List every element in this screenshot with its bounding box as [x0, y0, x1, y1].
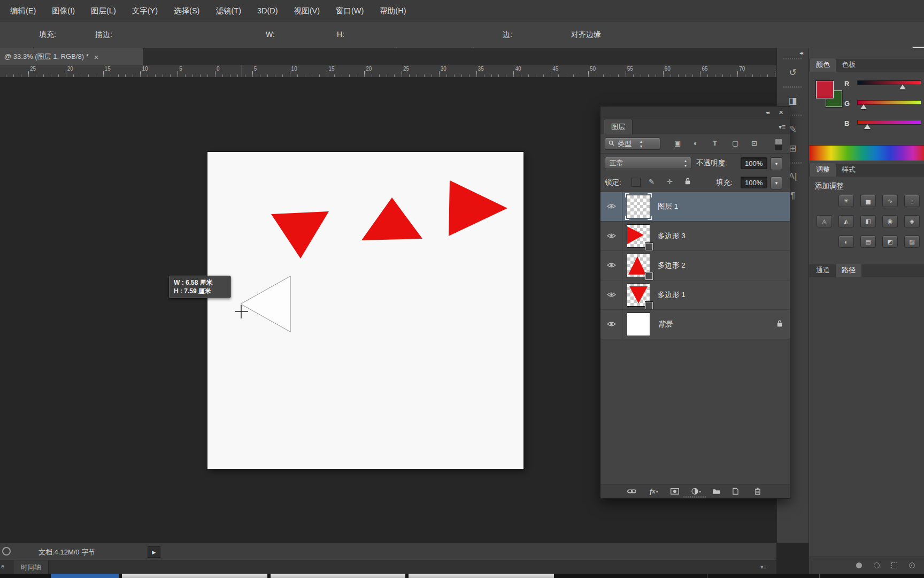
horizontal-ruler[interactable]: 2520151050510152025303540455055606570	[0, 65, 776, 78]
layer-row-5[interactable]: 背景	[600, 310, 790, 339]
record-dot-icon[interactable]	[856, 562, 862, 568]
pixel-filter-icon[interactable]: ▣	[674, 139, 681, 147]
taskbar-item[interactable]	[122, 574, 267, 578]
shape-filter-icon[interactable]: ▢	[732, 139, 738, 147]
menu-item-2[interactable]: 图像(I)	[44, 0, 83, 21]
smartobject-filter-icon[interactable]: ⊡	[751, 139, 757, 147]
add-mask-button[interactable]	[671, 488, 679, 495]
visibility-cell[interactable]	[600, 280, 622, 309]
new-layer-button[interactable]	[733, 488, 738, 495]
artboard[interactable]	[207, 152, 523, 469]
menu-item-5[interactable]: 选择(S)	[166, 0, 207, 21]
menu-item-8[interactable]: 视图(V)	[286, 0, 328, 21]
menu-item-4[interactable]: 文字(Y)	[124, 0, 166, 21]
menu-item-1[interactable]: 编辑(E)	[2, 0, 44, 21]
channel-slider-thumb-B[interactable]	[864, 124, 871, 129]
type-filter-icon[interactable]: T	[713, 139, 717, 147]
adjustment-icon-curves[interactable]: ∿	[882, 195, 898, 207]
panel-menu-icon[interactable]: ▾≡	[760, 564, 767, 571]
adjustment-icon-selective-color[interactable]: ▨	[904, 235, 920, 248]
link-layers-button[interactable]	[627, 489, 636, 495]
menu-item-6[interactable]: 滤镜(T)	[207, 0, 249, 21]
layer-thumbnail[interactable]	[627, 224, 650, 248]
new-adjustment-button[interactable]: ▾	[691, 488, 701, 495]
layer-thumbnail[interactable]	[627, 313, 650, 336]
layer-thumbnail[interactable]	[627, 195, 650, 218]
opacity-dropdown-button[interactable]: ▾	[771, 157, 782, 170]
lock-position-icon[interactable]: ✛	[667, 178, 673, 186]
fill-dropdown-button[interactable]: ▾	[771, 177, 782, 189]
layer-thumbnail[interactable]	[627, 283, 650, 307]
tab-channels-2[interactable]: 路径	[836, 264, 861, 277]
adjustment-icon-brightness-contrast[interactable]: ☀	[838, 195, 854, 207]
foreground-color-swatch[interactable]	[816, 81, 834, 98]
taskbar-item[interactable]	[271, 574, 405, 578]
visibility-cell[interactable]	[600, 222, 622, 250]
target-icon[interactable]	[909, 562, 915, 568]
adjustment-icon-color-balance[interactable]: ◭	[838, 215, 854, 227]
menu-item-3[interactable]: 图层(L)	[83, 0, 124, 21]
adjustment-icon-invert[interactable]: ◐	[838, 235, 854, 248]
layer-row-3[interactable]: 多边形 2	[600, 251, 790, 280]
layer-thumbnail[interactable]	[627, 254, 650, 277]
eye-icon[interactable]	[607, 231, 616, 241]
eye-icon[interactable]	[607, 290, 616, 300]
filter-type-dropdown[interactable]: 类型 ▴▾	[605, 138, 660, 150]
visibility-cell[interactable]	[600, 251, 622, 280]
tab-channels-1[interactable]: 通道	[810, 264, 836, 277]
lock-transparent-icon[interactable]	[632, 178, 641, 187]
circle-outline-icon[interactable]	[874, 562, 880, 568]
close-panel-icon[interactable]: ×	[779, 108, 783, 117]
adjustment-icon-posterize[interactable]: ▤	[860, 235, 876, 248]
channel-slider-thumb-R[interactable]	[899, 85, 906, 89]
dock-grip-handle[interactable]	[783, 58, 802, 59]
fill-value-field[interactable]: 100%	[741, 177, 767, 188]
adjustment-icon-levels[interactable]: ▅	[860, 195, 876, 207]
collapse-panels-icon[interactable]: ◂◂	[799, 50, 802, 56]
layers-tab[interactable]: 图层	[604, 119, 633, 134]
status-options-button[interactable]: ▶	[148, 546, 160, 558]
adjustment-icon-channel-mixer[interactable]: ◈	[904, 215, 920, 227]
opacity-value-field[interactable]: 100%	[741, 157, 767, 169]
menu-item-10[interactable]: 帮助(H)	[372, 0, 414, 21]
tab-adjustments-1[interactable]: 调整	[810, 163, 836, 177]
eye-icon[interactable]	[607, 202, 616, 211]
adjustment-icon-photo-filter[interactable]: ◉	[882, 215, 898, 227]
color-spectrum-ramp[interactable]	[809, 145, 924, 161]
tab-color-2[interactable]: 色板	[836, 58, 861, 72]
eye-icon[interactable]	[607, 320, 616, 329]
tab-color-1[interactable]: 颜色	[810, 58, 836, 72]
layers-panel-titlebar[interactable]: ◂◂ ×	[600, 107, 790, 120]
panel-resize-grip[interactable]	[683, 496, 707, 498]
document-tab[interactable]: @ 33.3% (图层 1, RGB/8) * ×	[0, 48, 143, 65]
lock-all-icon[interactable]	[685, 178, 690, 186]
visibility-cell[interactable]	[600, 310, 622, 339]
taskbar-active-item[interactable]	[51, 574, 119, 578]
layer-row-4[interactable]: 多边形 1	[600, 280, 790, 310]
tab-adjustments-2[interactable]: 样式	[836, 163, 861, 177]
visibility-cell[interactable]	[600, 192, 622, 221]
new-group-button[interactable]	[712, 488, 720, 495]
blend-mode-dropdown[interactable]: 正常 ▴▾	[605, 157, 691, 169]
adjustment-icon-vibrance[interactable]: ◬	[817, 215, 832, 227]
collapse-panel-icon[interactable]: ◂◂	[766, 110, 768, 115]
panel-icon-history[interactable]: ↺	[777, 63, 808, 82]
timeline-tab[interactable]: 时间轴	[14, 560, 49, 574]
layer-row-2[interactable]: 多边形 3	[600, 222, 790, 251]
close-tab-icon[interactable]: ×	[94, 52, 99, 62]
layer-row-1[interactable]: 图层 1	[600, 192, 790, 222]
adjustment-icon-exposure[interactable]: ±	[904, 195, 920, 207]
adjustment-icon-black-white[interactable]: ◧	[860, 215, 876, 227]
lock-pixels-icon[interactable]: ✎	[649, 178, 654, 186]
delete-layer-button[interactable]	[754, 488, 761, 495]
menu-item-9[interactable]: 窗口(W)	[328, 0, 372, 21]
menu-item-7[interactable]: 3D(D)	[249, 0, 286, 21]
layer-style-fx-button[interactable]: fx▾	[650, 487, 658, 496]
channel-slider-R[interactable]	[857, 80, 921, 85]
eye-icon[interactable]	[607, 261, 616, 270]
dock-grip-handle[interactable]	[783, 86, 802, 88]
adjustment-filter-icon[interactable]: ◐	[694, 139, 698, 147]
dashed-selection-icon[interactable]	[891, 562, 897, 568]
channel-slider-thumb-G[interactable]	[860, 104, 867, 109]
panel-menu-icon[interactable]: ▾≡	[779, 123, 786, 131]
